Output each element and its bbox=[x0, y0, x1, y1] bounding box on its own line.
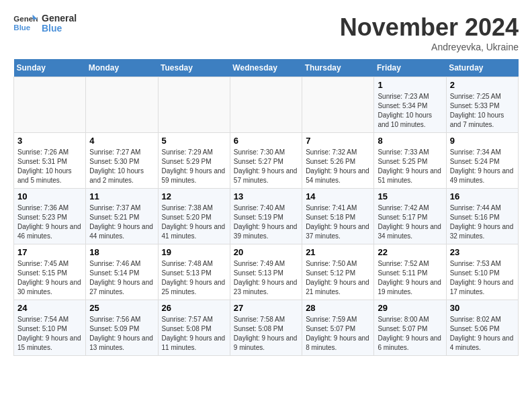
calendar-cell: 13Sunrise: 7:40 AM Sunset: 5:19 PM Dayli… bbox=[230, 189, 302, 244]
day-number: 28 bbox=[306, 303, 370, 313]
day-number: 6 bbox=[234, 136, 298, 146]
day-number: 26 bbox=[162, 303, 226, 313]
calendar-cell: 20Sunrise: 7:49 AM Sunset: 5:13 PM Dayli… bbox=[230, 244, 302, 300]
calendar-cell bbox=[302, 77, 374, 133]
weekday-thursday: Thursday bbox=[302, 59, 374, 77]
calendar-cell: 26Sunrise: 7:57 AM Sunset: 5:08 PM Dayli… bbox=[158, 300, 230, 356]
day-number: 22 bbox=[378, 247, 442, 257]
day-info: Sunrise: 7:44 AM Sunset: 5:16 PM Dayligh… bbox=[450, 203, 515, 241]
logo-line1: General bbox=[42, 13, 77, 24]
week-row-5: 24Sunrise: 7:54 AM Sunset: 5:10 PM Dayli… bbox=[14, 300, 519, 356]
calendar-cell: 3Sunrise: 7:26 AM Sunset: 5:31 PM Daylig… bbox=[14, 133, 86, 189]
calendar-cell: 15Sunrise: 7:42 AM Sunset: 5:17 PM Dayli… bbox=[374, 189, 446, 244]
svg-text:Blue: Blue bbox=[13, 24, 30, 32]
calendar-cell: 24Sunrise: 7:54 AM Sunset: 5:10 PM Dayli… bbox=[14, 300, 86, 356]
calendar-cell bbox=[86, 77, 158, 133]
day-info: Sunrise: 7:40 AM Sunset: 5:19 PM Dayligh… bbox=[234, 203, 298, 241]
day-number: 9 bbox=[450, 136, 515, 146]
logo: General Blue General Blue bbox=[13, 13, 77, 34]
day-number: 11 bbox=[89, 191, 154, 201]
day-info: Sunrise: 7:53 AM Sunset: 5:10 PM Dayligh… bbox=[450, 259, 515, 297]
day-number: 8 bbox=[378, 136, 442, 146]
day-info: Sunrise: 7:56 AM Sunset: 5:09 PM Dayligh… bbox=[89, 315, 154, 353]
calendar-cell: 29Sunrise: 8:00 AM Sunset: 5:07 PM Dayli… bbox=[374, 300, 446, 356]
day-info: Sunrise: 7:26 AM Sunset: 5:31 PM Dayligh… bbox=[17, 148, 82, 185]
day-number: 10 bbox=[17, 191, 82, 201]
calendar-cell: 6Sunrise: 7:30 AM Sunset: 5:27 PM Daylig… bbox=[230, 133, 302, 189]
weekday-sunday: Sunday bbox=[14, 59, 86, 77]
logo-line2: Blue bbox=[42, 24, 77, 34]
day-info: Sunrise: 7:46 AM Sunset: 5:14 PM Dayligh… bbox=[89, 259, 154, 297]
day-info: Sunrise: 7:37 AM Sunset: 5:21 PM Dayligh… bbox=[89, 203, 154, 241]
weekday-monday: Monday bbox=[86, 59, 158, 77]
month-title: November 2024 bbox=[340, 13, 519, 42]
day-info: Sunrise: 7:45 AM Sunset: 5:15 PM Dayligh… bbox=[17, 259, 82, 297]
day-number: 5 bbox=[162, 136, 226, 146]
weekday-saturday: Saturday bbox=[446, 59, 518, 77]
day-info: Sunrise: 7:59 AM Sunset: 5:07 PM Dayligh… bbox=[306, 315, 370, 353]
day-number: 16 bbox=[450, 191, 515, 201]
calendar-cell: 9Sunrise: 7:34 AM Sunset: 5:24 PM Daylig… bbox=[446, 133, 518, 189]
day-info: Sunrise: 7:33 AM Sunset: 5:25 PM Dayligh… bbox=[378, 148, 442, 185]
week-row-2: 3Sunrise: 7:26 AM Sunset: 5:31 PM Daylig… bbox=[14, 133, 519, 189]
calendar-cell: 10Sunrise: 7:36 AM Sunset: 5:23 PM Dayli… bbox=[14, 189, 86, 244]
day-number: 23 bbox=[450, 247, 515, 257]
page-header: General Blue General Blue November 2024 … bbox=[13, 13, 519, 52]
calendar-cell bbox=[230, 77, 302, 133]
day-number: 25 bbox=[89, 303, 154, 313]
day-info: Sunrise: 7:41 AM Sunset: 5:18 PM Dayligh… bbox=[306, 203, 370, 241]
calendar-cell: 1Sunrise: 7:23 AM Sunset: 5:34 PM Daylig… bbox=[374, 77, 446, 133]
day-info: Sunrise: 7:38 AM Sunset: 5:20 PM Dayligh… bbox=[162, 203, 226, 241]
day-number: 1 bbox=[378, 80, 442, 90]
calendar-cell: 5Sunrise: 7:29 AM Sunset: 5:29 PM Daylig… bbox=[158, 133, 230, 189]
day-info: Sunrise: 8:02 AM Sunset: 5:06 PM Dayligh… bbox=[450, 315, 515, 353]
day-number: 30 bbox=[450, 303, 515, 313]
calendar-cell: 21Sunrise: 7:50 AM Sunset: 5:12 PM Dayli… bbox=[302, 244, 374, 300]
day-number: 19 bbox=[162, 247, 226, 257]
day-info: Sunrise: 7:34 AM Sunset: 5:24 PM Dayligh… bbox=[450, 148, 515, 185]
calendar-cell: 4Sunrise: 7:27 AM Sunset: 5:30 PM Daylig… bbox=[86, 133, 158, 189]
day-number: 2 bbox=[450, 80, 515, 90]
day-number: 13 bbox=[234, 191, 298, 201]
calendar-cell: 11Sunrise: 7:37 AM Sunset: 5:21 PM Dayli… bbox=[86, 189, 158, 244]
day-number: 14 bbox=[306, 191, 370, 201]
day-info: Sunrise: 8:00 AM Sunset: 5:07 PM Dayligh… bbox=[378, 315, 442, 353]
calendar-cell: 12Sunrise: 7:38 AM Sunset: 5:20 PM Dayli… bbox=[158, 189, 230, 244]
weekday-tuesday: Tuesday bbox=[158, 59, 230, 77]
calendar-cell bbox=[158, 77, 230, 133]
day-info: Sunrise: 7:52 AM Sunset: 5:11 PM Dayligh… bbox=[378, 259, 442, 297]
calendar-cell: 25Sunrise: 7:56 AM Sunset: 5:09 PM Dayli… bbox=[86, 300, 158, 356]
day-number: 15 bbox=[378, 191, 442, 201]
calendar-cell: 22Sunrise: 7:52 AM Sunset: 5:11 PM Dayli… bbox=[374, 244, 446, 300]
week-row-3: 10Sunrise: 7:36 AM Sunset: 5:23 PM Dayli… bbox=[14, 189, 519, 244]
calendar-cell: 7Sunrise: 7:32 AM Sunset: 5:26 PM Daylig… bbox=[302, 133, 374, 189]
day-info: Sunrise: 7:32 AM Sunset: 5:26 PM Dayligh… bbox=[306, 148, 370, 185]
day-info: Sunrise: 7:36 AM Sunset: 5:23 PM Dayligh… bbox=[17, 203, 82, 241]
day-number: 12 bbox=[162, 191, 226, 201]
day-info: Sunrise: 7:27 AM Sunset: 5:30 PM Dayligh… bbox=[89, 148, 154, 185]
day-info: Sunrise: 7:42 AM Sunset: 5:17 PM Dayligh… bbox=[378, 203, 442, 241]
calendar-cell: 2Sunrise: 7:25 AM Sunset: 5:33 PM Daylig… bbox=[446, 77, 518, 133]
weekday-header-row: SundayMondayTuesdayWednesdayThursdayFrid… bbox=[14, 59, 519, 77]
calendar-table: SundayMondayTuesdayWednesdayThursdayFrid… bbox=[13, 59, 519, 356]
calendar-cell: 30Sunrise: 8:02 AM Sunset: 5:06 PM Dayli… bbox=[446, 300, 518, 356]
calendar-cell: 18Sunrise: 7:46 AM Sunset: 5:14 PM Dayli… bbox=[86, 244, 158, 300]
week-row-1: 1Sunrise: 7:23 AM Sunset: 5:34 PM Daylig… bbox=[14, 77, 519, 133]
day-number: 3 bbox=[17, 136, 82, 146]
day-info: Sunrise: 7:58 AM Sunset: 5:08 PM Dayligh… bbox=[234, 315, 298, 353]
day-info: Sunrise: 7:30 AM Sunset: 5:27 PM Dayligh… bbox=[234, 148, 298, 185]
day-number: 18 bbox=[89, 247, 154, 257]
day-info: Sunrise: 7:48 AM Sunset: 5:13 PM Dayligh… bbox=[162, 259, 226, 297]
day-info: Sunrise: 7:50 AM Sunset: 5:12 PM Dayligh… bbox=[306, 259, 370, 297]
calendar-cell: 14Sunrise: 7:41 AM Sunset: 5:18 PM Dayli… bbox=[302, 189, 374, 244]
day-number: 20 bbox=[234, 247, 298, 257]
week-row-4: 17Sunrise: 7:45 AM Sunset: 5:15 PM Dayli… bbox=[14, 244, 519, 300]
calendar-body: 1Sunrise: 7:23 AM Sunset: 5:34 PM Daylig… bbox=[14, 77, 519, 356]
day-number: 17 bbox=[17, 247, 82, 257]
calendar-cell bbox=[14, 77, 86, 133]
day-number: 29 bbox=[378, 303, 442, 313]
calendar-cell: 19Sunrise: 7:48 AM Sunset: 5:13 PM Dayli… bbox=[158, 244, 230, 300]
weekday-friday: Friday bbox=[374, 59, 446, 77]
title-block: November 2024 Andreyevka, Ukraine bbox=[340, 13, 519, 52]
day-info: Sunrise: 7:54 AM Sunset: 5:10 PM Dayligh… bbox=[17, 315, 82, 353]
